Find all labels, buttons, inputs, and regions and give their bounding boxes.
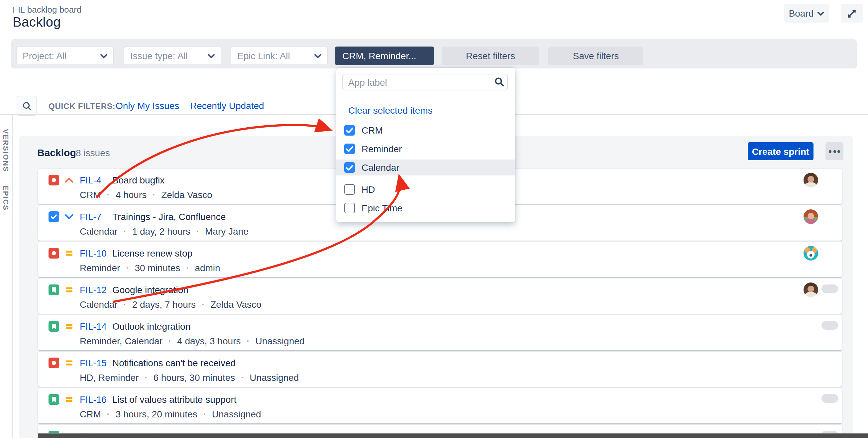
dropdown-option-label: Reminder xyxy=(362,143,402,154)
issue-key[interactable]: FIL-7 xyxy=(80,211,101,222)
issue-estimate: 4 days, 3 hours xyxy=(177,336,241,346)
create-sprint-button[interactable]: Create sprint xyxy=(748,142,813,160)
board-switcher-label: Board xyxy=(789,8,814,19)
divider xyxy=(336,96,515,96)
issue-card-fil-15[interactable]: FIL-15Notifications can't be receivedHD,… xyxy=(38,352,842,387)
priority-medium-icon xyxy=(64,284,74,295)
dropdown-option-reminder[interactable]: Reminder xyxy=(336,140,515,157)
checkbox-checked-icon[interactable] xyxy=(344,143,355,154)
dropdown-option-label: Calendar xyxy=(362,162,399,173)
priority-medium-icon xyxy=(64,394,74,405)
issue-meta: Reminder, Calendar·4 days, 3 hours·Unass… xyxy=(80,336,304,346)
app-label-filter-button[interactable]: CRM, Reminder... xyxy=(335,46,434,65)
issue-assignee: Unassigned xyxy=(255,336,305,346)
rail-item-versions[interactable]: VERSIONS xyxy=(2,129,10,172)
assignee-avatar-woman-brunette[interactable] xyxy=(804,282,818,297)
more-actions-button[interactable] xyxy=(826,142,843,160)
quick-filters-label: QUICK FILTERS: xyxy=(49,102,115,111)
priority-high-icon xyxy=(64,175,74,185)
reset-filters-button[interactable]: Reset filters xyxy=(442,46,539,65)
separator-dot: · xyxy=(124,300,126,309)
dropdown-option-epic-time[interactable]: Epic Time xyxy=(336,200,515,216)
estimate-pill xyxy=(822,394,838,403)
issue-key[interactable]: FIL-15 xyxy=(80,357,107,368)
issue-meta: HD, Reminder·6 hours, 30 minutes·Unassig… xyxy=(80,372,299,383)
left-rail: VERSIONS EPICS xyxy=(0,115,12,438)
issue-estimate: 2 days, 7 hours xyxy=(132,299,196,310)
bug-icon xyxy=(49,357,59,368)
separator-dot: · xyxy=(153,190,155,199)
issue-type-filter-select[interactable]: Issue type: All xyxy=(124,46,221,65)
issue-key[interactable]: FIL-16 xyxy=(80,394,107,405)
separator-dot: · xyxy=(247,336,250,346)
expand-board-button[interactable] xyxy=(841,4,863,23)
separator-dot: · xyxy=(202,300,205,309)
backlog-issue-count: 8 issues xyxy=(76,148,110,158)
issue-key[interactable]: FIL-10 xyxy=(80,248,107,258)
backlog-section-title[interactable]: Backlog xyxy=(37,147,76,158)
issue-labels: Calendar xyxy=(80,299,118,310)
issue-meta: Reminder·30 minutes·admin xyxy=(80,262,220,273)
more-dot xyxy=(829,150,832,153)
separator-dot: · xyxy=(196,227,199,236)
chevron-down-icon xyxy=(314,54,321,58)
project-filter-value: Project: All xyxy=(23,51,66,61)
jira-backlog-screen: FIL backlog board Backlog Board Project:… xyxy=(0,0,868,438)
dropdown-option-crm[interactable]: CRM xyxy=(336,122,515,138)
priority-medium-icon xyxy=(64,357,74,368)
issue-title: Trainings - Jira, Confluence xyxy=(112,211,226,222)
rail-item-epics[interactable]: EPICS xyxy=(2,185,10,211)
priority-medium-icon xyxy=(64,321,74,332)
assignee-avatar-woman-brunette[interactable] xyxy=(804,173,818,187)
save-filters-button[interactable]: Save filters xyxy=(548,46,643,65)
breadcrumb[interactable]: FIL backlog board xyxy=(12,5,82,14)
dropdown-option-hd[interactable]: HD xyxy=(336,181,515,197)
checkbox-checked-icon[interactable] xyxy=(344,162,355,173)
issue-key[interactable]: FIL-4 xyxy=(80,175,101,185)
quick-filter-only-my-issues[interactable]: Only My Issues xyxy=(116,100,179,111)
estimate-pill xyxy=(822,284,838,293)
app-label-search-input[interactable] xyxy=(342,74,508,90)
search-icon xyxy=(22,101,32,111)
backlog-search-button[interactable] xyxy=(17,96,36,116)
dropdown-option-calendar[interactable]: Calendar xyxy=(336,159,515,176)
issue-card-fil-14[interactable]: FIL-14Outlook integrationReminder, Calen… xyxy=(38,315,842,350)
separator-dot: · xyxy=(126,263,129,273)
checkbox-checked-icon[interactable] xyxy=(344,125,355,135)
issue-estimate: 30 minutes xyxy=(134,262,180,273)
separator-dot: · xyxy=(204,409,206,419)
issue-title: Board bugfix xyxy=(112,175,164,185)
search-icon xyxy=(494,76,504,90)
issue-labels: CRM xyxy=(80,189,101,200)
checkbox-unchecked-icon[interactable] xyxy=(344,184,355,194)
dropdown-option-label: HD xyxy=(362,184,375,194)
issue-title: Google integration xyxy=(112,284,188,295)
issue-labels: Calendar xyxy=(80,226,118,237)
project-filter-select[interactable]: Project: All xyxy=(16,46,114,65)
epic-link-filter-select[interactable]: Epic Link: All xyxy=(230,46,328,65)
page-title: Backlog xyxy=(12,14,61,30)
issue-card-fil-10[interactable]: FIL-10License renew stopReminder·30 minu… xyxy=(38,242,842,277)
issue-labels: HD, Reminder xyxy=(80,372,138,383)
separator-dot: · xyxy=(241,373,244,382)
quick-filter-recently-updated[interactable]: Recently Updated xyxy=(190,100,264,111)
issue-key[interactable]: FIL-14 xyxy=(80,321,107,332)
issue-estimate: 4 hours xyxy=(116,189,147,200)
issue-assignee: Zelda Vasco xyxy=(161,189,212,200)
issue-type-filter-value: Issue type: All xyxy=(130,51,188,61)
checkbox-unchecked-icon[interactable] xyxy=(344,203,355,213)
separator-dot: · xyxy=(107,190,110,199)
issue-labels: CRM xyxy=(80,409,101,419)
horizontal-scrollbar[interactable] xyxy=(38,433,868,438)
board-switcher-button[interactable]: Board xyxy=(784,4,829,23)
separator-dot: · xyxy=(168,336,171,346)
issue-key[interactable]: FIL-12 xyxy=(80,284,107,295)
assignee-avatar-woman-redhead[interactable] xyxy=(804,209,818,224)
issue-assignee: Unassigned xyxy=(212,409,261,419)
issue-card-fil-16[interactable]: FIL-16List of values attribute supportCR… xyxy=(38,388,842,424)
clear-selected-items-link[interactable]: Clear selected items xyxy=(348,105,433,116)
issue-meta: CRM·3 hours, 20 minutes·Unassigned xyxy=(80,409,261,419)
issue-card-fil-12[interactable]: FIL-12Google integrationCalendar·2 days,… xyxy=(38,279,842,314)
issue-title: License renew stop xyxy=(112,248,192,258)
assignee-avatar-dog[interactable] xyxy=(804,246,818,260)
